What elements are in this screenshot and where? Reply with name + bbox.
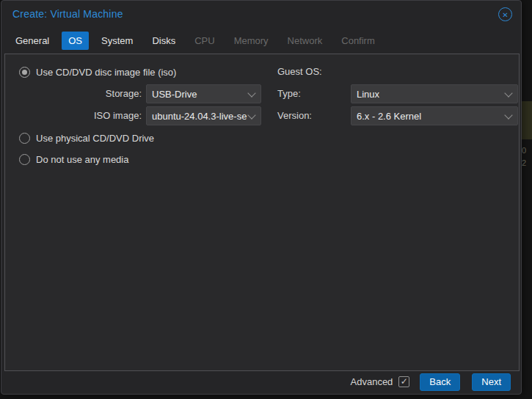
create-vm-dialog: Create: Virtual Machine ✕ General OS Sys…: [1, 0, 522, 395]
tab-memory: Memory: [227, 32, 275, 50]
chevron-down-icon: [504, 111, 512, 119]
tab-bar: General OS System Disks CPU Memory Netwo…: [9, 30, 382, 51]
chevron-down-icon: [247, 89, 255, 97]
tab-disks[interactable]: Disks: [145, 32, 182, 50]
type-value: Linux: [351, 89, 504, 100]
radio-use-iso-label: Use CD/DVD disc image file (iso): [36, 67, 176, 78]
os-tab-panel: Use CD/DVD disc image file (iso) Storage…: [4, 54, 520, 371]
tab-confirm: Confirm: [335, 32, 382, 50]
type-label: Type:: [277, 84, 301, 103]
radio-physical-drive[interactable]: Use physical CD/DVD Drive: [19, 131, 154, 145]
back-button[interactable]: Back: [420, 373, 460, 391]
next-button[interactable]: Next: [472, 373, 511, 391]
radio-use-iso[interactable]: Use CD/DVD disc image file (iso): [19, 65, 176, 79]
dialog-footer: Advanced ✓ Back Next: [1, 370, 521, 394]
version-select[interactable]: 6.x - 2.6 Kernel: [351, 106, 518, 125]
dialog-title: Create: Virtual Machine: [12, 8, 123, 20]
tab-general[interactable]: General: [9, 32, 56, 50]
background-accent-patch: [522, 101, 532, 139]
chevron-down-icon: [247, 111, 255, 119]
radio-unselected-icon: [19, 133, 30, 144]
radio-no-media-label: Do not use any media: [36, 154, 128, 165]
radio-physical-drive-label: Use physical CD/DVD Drive: [36, 133, 154, 144]
storage-value: USB-Drive: [147, 89, 247, 100]
close-icon[interactable]: ✕: [498, 7, 512, 21]
radio-selected-icon: [19, 67, 30, 78]
radio-unselected-icon: [19, 154, 30, 165]
advanced-checkbox[interactable]: ✓: [398, 376, 409, 387]
background-partial-text: 2: [522, 159, 526, 167]
background-partial-text: 0: [522, 147, 526, 155]
dialog-titlebar: Create: Virtual Machine ✕: [1, 1, 521, 30]
tab-network: Network: [281, 32, 329, 50]
version-value: 6.x - 2.6 Kernel: [351, 111, 504, 122]
iso-image-select[interactable]: ubuntu-24.04.3-live-se: [146, 106, 261, 125]
storage-label: Storage:: [5, 84, 142, 103]
radio-no-media[interactable]: Do not use any media: [19, 152, 128, 166]
tab-os[interactable]: OS: [62, 32, 89, 50]
tab-system[interactable]: System: [95, 32, 139, 50]
type-select[interactable]: Linux: [351, 84, 518, 103]
version-label: Version:: [277, 106, 312, 125]
storage-select[interactable]: USB-Drive: [146, 84, 261, 103]
chevron-down-icon: [504, 89, 512, 97]
tab-cpu: CPU: [188, 32, 221, 50]
advanced-label: Advanced: [351, 376, 393, 387]
iso-image-label: ISO image:: [5, 106, 142, 125]
iso-image-value: ubuntu-24.04.3-live-se: [147, 111, 247, 122]
guest-os-heading: Guest OS:: [277, 66, 322, 77]
